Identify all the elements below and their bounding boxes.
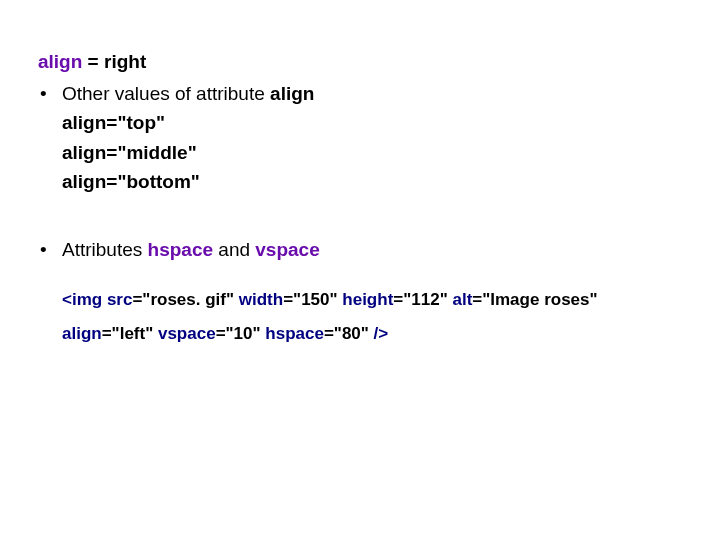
- attr-name: align: [62, 112, 106, 133]
- example-middle: align="middle": [62, 139, 684, 167]
- align-value: = right: [82, 51, 146, 72]
- src-attr: src: [102, 290, 132, 309]
- hspace-word: hspace: [148, 239, 213, 260]
- attr-val: ="top": [106, 112, 165, 133]
- alt-attr: alt: [452, 290, 472, 309]
- bullet-align-word: align: [270, 83, 314, 104]
- code-line-2: align="left" vspace="10" hspace="80" />: [62, 317, 684, 351]
- bullet2-mid: and: [213, 239, 255, 260]
- align-keyword: align: [38, 51, 82, 72]
- bullet-hspace-vspace: Attributes hspace and vspace: [36, 236, 684, 264]
- img-tag: img: [72, 290, 102, 309]
- example-bottom: align="bottom": [62, 168, 684, 196]
- attr-val: ="middle": [106, 142, 196, 163]
- example-top: align="top": [62, 109, 684, 137]
- vspace-attr: vspace: [158, 324, 216, 343]
- width-attr: width: [239, 290, 283, 309]
- bullet-list-1: Other values of attribute align: [36, 80, 684, 108]
- attr-val: ="bottom": [106, 171, 199, 192]
- align-attr: align: [62, 324, 102, 343]
- attr-name: align: [62, 171, 106, 192]
- attr-name: align: [62, 142, 106, 163]
- src-val: ="roses. gif": [132, 290, 238, 309]
- hspace-val: ="80": [324, 324, 374, 343]
- height-attr: height: [342, 290, 393, 309]
- code-line-1: <img src="roses. gif" width="150" height…: [62, 283, 684, 317]
- hspace-attr: hspace: [265, 324, 324, 343]
- height-val: ="112": [393, 290, 452, 309]
- heading-line: align = right: [38, 48, 684, 76]
- alt-val: ="Image roses": [472, 290, 597, 309]
- code-example: <img src="roses. gif" width="150" height…: [62, 283, 684, 351]
- align-val: ="left": [102, 324, 158, 343]
- vspace-word: vspace: [255, 239, 319, 260]
- spacer: [36, 198, 684, 236]
- angle-bracket: <: [62, 290, 72, 309]
- self-close: />: [374, 324, 389, 343]
- vspace-val: ="10": [216, 324, 266, 343]
- slide-content: align = right Other values of attribute …: [0, 0, 720, 351]
- bullet-other-values: Other values of attribute align: [36, 80, 684, 108]
- bullet-list-2: Attributes hspace and vspace: [36, 236, 684, 264]
- width-val: ="150": [283, 290, 342, 309]
- bullet-text-prefix: Other values of attribute: [62, 83, 270, 104]
- bullet2-prefix: Attributes: [62, 239, 148, 260]
